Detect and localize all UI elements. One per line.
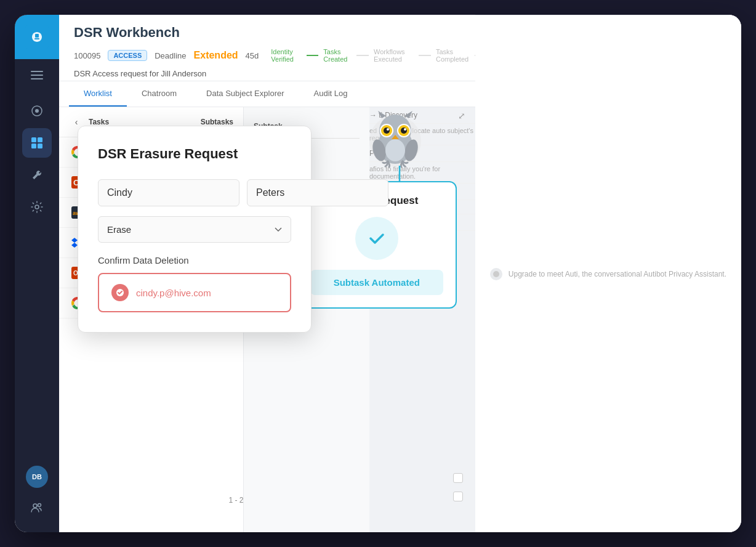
- svg-rect-2: [34, 38, 39, 39]
- first-name-input[interactable]: [98, 179, 239, 206]
- action-select[interactable]: Erase Access Restrict: [98, 216, 291, 243]
- deadline-label: Deadline: [155, 51, 186, 60]
- dsr-modal: DSR Erasure Request Erase Access Restric…: [78, 126, 312, 333]
- sidebar-item-home[interactable]: [22, 96, 52, 126]
- progress-steps: Identity Verified Tasks Created Workflow…: [266, 48, 475, 63]
- menu-icon[interactable]: [15, 62, 59, 89]
- sidebar-nav: [22, 89, 52, 466]
- step-line-2: [356, 55, 369, 56]
- header: DSR Workbench 100095 ACCESS Deadline Ext…: [59, 15, 475, 81]
- ticket-title: DSR Access request for Jill Anderson: [74, 69, 460, 81]
- svg-point-14: [38, 504, 41, 507]
- svg-rect-10: [31, 144, 36, 148]
- step-workflows: Workflows Executed: [369, 48, 419, 63]
- email-text: cindy.p@hive.com: [136, 288, 211, 298]
- email-confirm-box: cindy.p@hive.com: [98, 273, 291, 312]
- bottom-bar: Upgrade to meet Auti, the conversational…: [475, 15, 741, 532]
- svg-point-37: [385, 139, 405, 161]
- tab-worklist[interactable]: Worklist: [69, 81, 127, 107]
- sidebar: DB RECENT TICKETS: [15, 15, 59, 532]
- svg-rect-4: [31, 75, 43, 76]
- erasure-check-circle: [355, 217, 398, 260]
- ticket-type-badge: ACCESS: [108, 50, 147, 61]
- sidebar-item-grid[interactable]: [22, 128, 52, 158]
- page-title: DSR Workbench: [74, 25, 460, 41]
- svg-rect-8: [31, 137, 36, 142]
- svg-point-40: [493, 271, 499, 277]
- svg-rect-5: [31, 78, 43, 79]
- sidebar-item-users[interactable]: [22, 493, 52, 522]
- ticket-id: 100095: [74, 51, 100, 60]
- svg-rect-1: [35, 34, 39, 38]
- svg-point-28: [384, 128, 390, 134]
- name-fields: [98, 179, 291, 206]
- expand-icon[interactable]: ⤢: [458, 111, 465, 121]
- tab-chatroom[interactable]: Chatroom: [127, 81, 191, 107]
- svg-marker-24: [378, 111, 386, 118]
- app-container: DB RECENT TICKETS DSR Workbench 100095 A…: [15, 15, 741, 532]
- subtask-automated-button[interactable]: Subtask Automated: [310, 270, 443, 295]
- tasks-col-header: Tasks: [89, 118, 196, 126]
- svg-point-29: [387, 128, 389, 131]
- autibot-icon: [490, 268, 502, 280]
- step-completed: Tasks Completed: [431, 48, 475, 63]
- last-name-input[interactable]: [247, 179, 388, 206]
- sidebar-item-settings[interactable]: [22, 192, 52, 222]
- email-confirm-icon: [111, 284, 129, 301]
- confirm-label: Confirm Data Deletion: [98, 255, 291, 265]
- ticket-info: 100095 ACCESS Deadline Extended 45d Iden…: [74, 48, 460, 63]
- workflow-steps: → ti-Discovery ed document, locate auto …: [369, 107, 475, 532]
- tab-data-subject[interactable]: Data Subject Explorer: [191, 81, 299, 107]
- step-line-1: [307, 55, 319, 56]
- main-content: DSR Workbench 100095 ACCESS Deadline Ext…: [59, 15, 475, 532]
- svg-point-13: [33, 504, 37, 508]
- deadline-status: Extended: [194, 50, 238, 61]
- svg-marker-25: [404, 111, 412, 118]
- step-identity: Identity Verified: [266, 48, 306, 63]
- subtasks-col-header: Subtasks: [201, 118, 233, 126]
- svg-point-12: [35, 205, 39, 209]
- deadline-days: 45d: [246, 51, 259, 60]
- svg-point-33: [404, 128, 406, 131]
- tabs: Worklist Chatroom Data Subject Explorer …: [59, 81, 475, 107]
- content-area: ‹ Tasks Subtasks Google 2/4 Subtasks: [59, 107, 475, 532]
- svg-rect-11: [38, 144, 42, 148]
- owl-mascot: [364, 107, 426, 169]
- sidebar-logo[interactable]: [15, 15, 59, 59]
- tab-audit-log[interactable]: Audit Log: [299, 81, 363, 107]
- bottom-bar-text: Upgrade to meet Auti, the conversational…: [509, 270, 726, 278]
- sidebar-item-tools[interactable]: [22, 160, 52, 190]
- user-avatar[interactable]: DB: [26, 466, 48, 488]
- sidebar-bottom: DB: [22, 466, 52, 532]
- svg-rect-3: [31, 71, 43, 72]
- step-line-3: [419, 55, 431, 56]
- svg-point-7: [35, 109, 39, 113]
- step-tasks: Tasks Created: [318, 48, 356, 63]
- dsr-modal-title: DSR Erasure Request: [98, 146, 291, 162]
- svg-point-32: [401, 128, 407, 134]
- svg-rect-9: [38, 137, 42, 142]
